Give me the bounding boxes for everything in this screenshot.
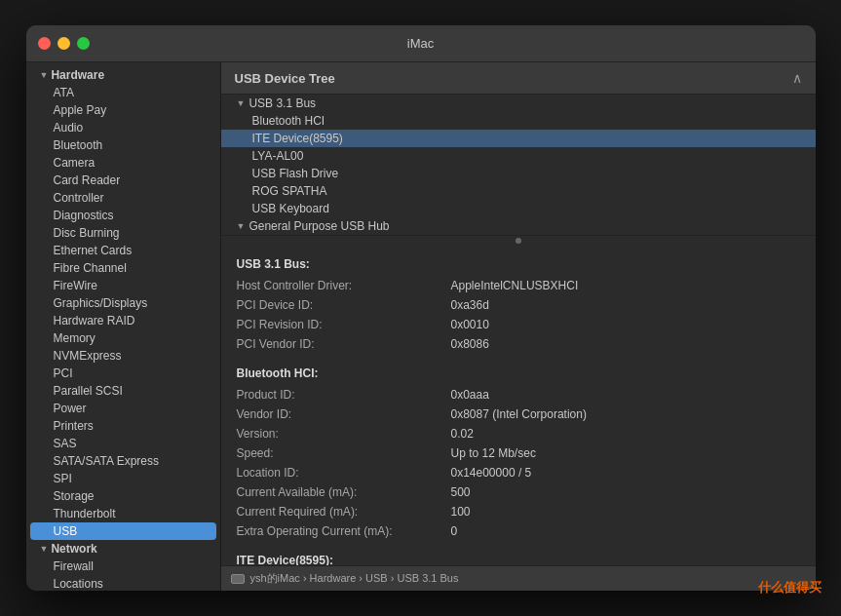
tree-item-ite-device[interactable]: ITE Device(8595) bbox=[221, 130, 816, 147]
sidebar-item-fibre-channel[interactable]: Fibre Channel bbox=[26, 259, 220, 277]
detail-row: Speed: Up to 12 Mb/sec bbox=[237, 444, 800, 462]
sidebar-item-graphics-displays[interactable]: Graphics/Displays bbox=[26, 294, 220, 312]
tree-item-usb-flash[interactable]: USB Flash Drive bbox=[221, 165, 816, 182]
sidebar-item-ethernet-cards[interactable]: Ethernet Cards bbox=[26, 242, 220, 259]
detail-row: PCI Device ID: 0xa36d bbox=[237, 296, 800, 314]
statusbar: ysh的iMac › Hardware › USB › USB 3.1 Bus bbox=[221, 565, 816, 591]
main-window: iMac ▼ Hardware ATA Apple Pay Audio Blue… bbox=[26, 25, 816, 591]
sidebar-item-thunderbolt[interactable]: Thunderbolt bbox=[26, 505, 220, 522]
collapse-button[interactable]: ∧ bbox=[792, 70, 802, 86]
detail-row: Host Controller Driver: AppleIntelCNLUSB… bbox=[237, 277, 800, 294]
sidebar-item-spi[interactable]: SPI bbox=[26, 470, 220, 487]
sidebar: ▼ Hardware ATA Apple Pay Audio Bluetooth… bbox=[26, 62, 221, 591]
sidebar-section-network: ▼ Network bbox=[26, 540, 220, 558]
content-area: ▼ Hardware ATA Apple Pay Audio Bluetooth… bbox=[26, 62, 816, 591]
panel-title: USB Device Tree bbox=[235, 71, 335, 86]
sidebar-item-pci[interactable]: PCI bbox=[26, 365, 220, 382]
sidebar-item-bluetooth[interactable]: Bluetooth bbox=[26, 136, 220, 154]
detail-row: Extra Operating Current (mA): 0 bbox=[237, 522, 800, 540]
panel-header: USB Device Tree ∧ bbox=[221, 62, 816, 95]
sidebar-item-firewire[interactable]: FireWire bbox=[26, 277, 220, 294]
sidebar-item-apple-pay[interactable]: Apple Pay bbox=[26, 101, 220, 119]
hardware-triangle: ▼ bbox=[40, 70, 49, 80]
detail-row: PCI Vendor ID: 0x8086 bbox=[237, 335, 800, 353]
tree-item-bluetooth-hci[interactable]: Bluetooth HCI bbox=[221, 112, 816, 130]
detail-row: Current Available (mA): 500 bbox=[237, 483, 800, 501]
sidebar-item-controller[interactable]: Controller bbox=[26, 189, 220, 207]
detail-row: PCI Revision ID: 0x0010 bbox=[237, 316, 800, 333]
tree-item-usb-bus[interactable]: ▼ USB 3.1 Bus bbox=[221, 95, 816, 112]
tree-item-usb-keyboard[interactable]: USB Keyboard bbox=[221, 200, 816, 217]
minimize-button[interactable] bbox=[57, 37, 70, 50]
titlebar: iMac bbox=[26, 25, 816, 62]
sidebar-item-disc-burning[interactable]: Disc Burning bbox=[26, 224, 220, 242]
close-button[interactable] bbox=[38, 37, 51, 50]
detail-row: Location ID: 0x14e00000 / 5 bbox=[237, 464, 800, 481]
detail-row: Vendor ID: 0x8087 (Intel Corporation) bbox=[237, 405, 800, 423]
sidebar-item-firewall[interactable]: Firewall bbox=[26, 558, 220, 575]
scroll-indicator bbox=[221, 236, 816, 246]
breadcrumb: ysh的iMac › Hardware › USB › USB 3.1 Bus bbox=[250, 571, 459, 586]
sidebar-item-usb[interactable]: USB bbox=[30, 522, 216, 540]
tree-section[interactable]: ▼ USB 3.1 Bus Bluetooth HCI ITE Device(8… bbox=[221, 95, 816, 236]
scroll-dot bbox=[516, 238, 521, 244]
tree-item-rog-spatha[interactable]: ROG SPATHA bbox=[221, 182, 816, 200]
sidebar-section-hardware: ▼ Hardware bbox=[26, 66, 220, 84]
bluetooth-detail-title: Bluetooth HCI: bbox=[237, 366, 800, 380]
bluetooth-detail-group: Bluetooth HCI: Product ID: 0x0aaa Vendor… bbox=[237, 366, 800, 540]
bus-triangle-icon: ▼ bbox=[237, 98, 246, 108]
sidebar-item-memory[interactable]: Memory bbox=[26, 329, 220, 347]
tree-item-lya[interactable]: LYA-AL00 bbox=[221, 147, 816, 165]
network-triangle: ▼ bbox=[40, 544, 49, 554]
main-panel: USB Device Tree ∧ ▼ USB 3.1 Bus Bluetoot… bbox=[221, 62, 816, 591]
hub-triangle-icon: ▼ bbox=[237, 221, 246, 231]
sidebar-item-parallel-scsi[interactable]: Parallel SCSI bbox=[26, 382, 220, 400]
ite-detail-title: ITE Device(8595): bbox=[237, 554, 800, 565]
detail-row: Version: 0.02 bbox=[237, 425, 800, 443]
detail-section: USB 3.1 Bus: Host Controller Driver: App… bbox=[221, 246, 816, 565]
detail-row: Current Required (mA): 100 bbox=[237, 503, 800, 520]
sidebar-item-hardware-raid[interactable]: Hardware RAID bbox=[26, 312, 220, 329]
detail-row: Product ID: 0x0aaa bbox=[237, 386, 800, 404]
sidebar-item-ata[interactable]: ATA bbox=[26, 84, 220, 101]
traffic-lights bbox=[38, 37, 90, 50]
sidebar-item-locations[interactable]: Locations bbox=[26, 575, 220, 591]
tree-item-general-purpose-hub[interactable]: ▼ General Purpose USB Hub bbox=[221, 217, 816, 235]
watermark: 什么值得买 bbox=[758, 579, 822, 597]
sidebar-item-nvmexpress[interactable]: NVMExpress bbox=[26, 347, 220, 365]
bus-detail-title: USB 3.1 Bus: bbox=[237, 257, 800, 271]
sidebar-item-camera[interactable]: Camera bbox=[26, 154, 220, 172]
sidebar-item-sata[interactable]: SATA/SATA Express bbox=[26, 452, 220, 470]
sidebar-item-diagnostics[interactable]: Diagnostics bbox=[26, 207, 220, 224]
sidebar-item-power[interactable]: Power bbox=[26, 400, 220, 417]
sidebar-item-storage[interactable]: Storage bbox=[26, 487, 220, 505]
sidebar-item-printers[interactable]: Printers bbox=[26, 417, 220, 435]
bus-detail-group: USB 3.1 Bus: Host Controller Driver: App… bbox=[237, 257, 800, 353]
sidebar-item-sas[interactable]: SAS bbox=[26, 435, 220, 452]
ite-detail-group: ITE Device(8595): Product ID: 0x8297 Ven… bbox=[237, 554, 800, 565]
sidebar-item-card-reader[interactable]: Card Reader bbox=[26, 172, 220, 189]
maximize-button[interactable] bbox=[77, 37, 90, 50]
computer-icon bbox=[231, 574, 245, 584]
window-title: iMac bbox=[407, 36, 434, 51]
sidebar-item-audio[interactable]: Audio bbox=[26, 119, 220, 136]
